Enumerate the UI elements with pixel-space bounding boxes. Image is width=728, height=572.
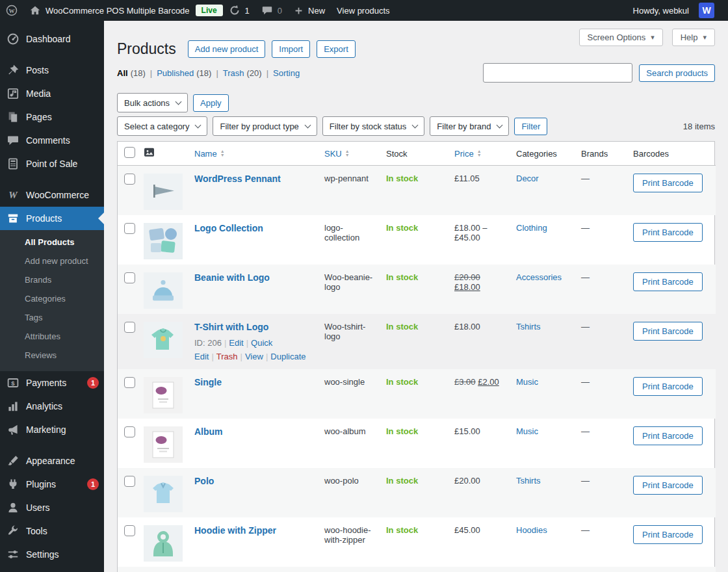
sidebar-item-plugins[interactable]: Plugins1 bbox=[0, 473, 104, 496]
product-name-link[interactable]: T-Shirt with Logo bbox=[194, 322, 268, 332]
updates-menu[interactable]: 1 bbox=[223, 0, 255, 21]
sidebar-item-comments[interactable]: Comments bbox=[0, 129, 104, 152]
new-content-menu[interactable]: New bbox=[288, 0, 331, 21]
site-menu[interactable]: WooCommerce POS Multiple Barcode bbox=[23, 0, 196, 21]
export-button[interactable]: Export bbox=[317, 40, 356, 58]
row-checkbox[interactable] bbox=[124, 174, 135, 185]
view-products-link[interactable]: View products bbox=[331, 0, 395, 21]
row-checkbox[interactable] bbox=[124, 476, 135, 487]
sidebar-subitem-categories[interactable]: Categories bbox=[0, 289, 104, 308]
sidebar-subitem-reviews[interactable]: Reviews bbox=[0, 346, 104, 365]
chevron-down-icon bbox=[176, 99, 182, 105]
product-thumbnail[interactable] bbox=[144, 525, 183, 562]
category-link[interactable]: Music bbox=[516, 426, 538, 436]
product-thumbnail[interactable] bbox=[144, 223, 183, 259]
product-thumbnail[interactable] bbox=[144, 322, 183, 358]
row-checkbox[interactable] bbox=[124, 223, 135, 234]
sidebar-item-pages[interactable]: Pages bbox=[0, 105, 104, 129]
sort-header-sku[interactable]: SKU▲▼ bbox=[324, 149, 350, 159]
print-barcode-button[interactable]: Print Barcode bbox=[633, 476, 703, 495]
sidebar-item-analytics[interactable]: Analytics bbox=[0, 395, 104, 418]
sidebar-item-users[interactable]: Users bbox=[0, 496, 104, 519]
category-link[interactable]: Tshirts bbox=[516, 322, 541, 332]
category-link[interactable]: Tshirts bbox=[516, 476, 541, 486]
sidebar-item-tools[interactable]: Tools bbox=[0, 519, 104, 543]
view-link-all[interactable]: All bbox=[117, 68, 128, 78]
sidebar-subitem-all-products[interactable]: All Products bbox=[0, 233, 104, 252]
print-barcode-button[interactable]: Print Barcode bbox=[633, 322, 703, 341]
search-products-button[interactable]: Search products bbox=[639, 64, 715, 82]
sort-header-name[interactable]: Name▲▼ bbox=[194, 149, 225, 159]
category-link[interactable]: Music bbox=[516, 377, 538, 387]
category-link[interactable]: Accessories bbox=[516, 272, 562, 282]
product-name-link[interactable]: Logo Collection bbox=[194, 223, 263, 233]
filter-select-filter-by-product-type[interactable]: Filter by product type bbox=[213, 116, 317, 136]
sort-header-price[interactable]: Price▲▼ bbox=[454, 149, 482, 159]
view-link-trash[interactable]: Trash bbox=[223, 68, 244, 78]
category-link[interactable]: Hoodies bbox=[516, 525, 547, 535]
print-barcode-button[interactable]: Print Barcode bbox=[633, 174, 703, 192]
sidebar-subitem-brands[interactable]: Brands bbox=[0, 270, 104, 289]
filter-button[interactable]: Filter bbox=[514, 118, 547, 135]
product-thumbnail[interactable] bbox=[144, 476, 183, 512]
row-checkbox[interactable] bbox=[124, 377, 135, 388]
product-thumbnail[interactable] bbox=[144, 377, 183, 413]
product-name-link[interactable]: Hoodie with Zipper bbox=[194, 525, 276, 536]
product-name-link[interactable]: Single bbox=[194, 377, 222, 387]
sidebar-item-appearance[interactable]: Appearance bbox=[0, 449, 104, 473]
row-checkbox[interactable] bbox=[124, 426, 135, 437]
filter-select-filter-by-brand[interactable]: Filter by brand bbox=[430, 116, 509, 136]
product-name-link[interactable]: WordPress Pennant bbox=[194, 174, 281, 184]
row-action-edit[interactable]: Edit bbox=[229, 338, 243, 348]
search-input[interactable] bbox=[483, 63, 632, 83]
help-button[interactable]: Help bbox=[672, 29, 715, 46]
import-button[interactable]: Import bbox=[272, 40, 310, 58]
sidebar-item-marketing[interactable]: Marketing bbox=[0, 418, 104, 441]
row-checkbox[interactable] bbox=[124, 272, 135, 283]
print-barcode-button[interactable]: Print Barcode bbox=[633, 223, 703, 242]
apply-button[interactable]: Apply bbox=[193, 94, 229, 112]
category-link[interactable]: Clothing bbox=[516, 223, 547, 233]
account-menu[interactable]: Howdy, webkul W bbox=[627, 0, 720, 21]
sidebar-item-woocommerce[interactable]: WWooCommerce bbox=[0, 183, 104, 207]
sidebar-item-media[interactable]: Media bbox=[0, 82, 104, 105]
product-name-link[interactable]: Beanie with Logo bbox=[194, 272, 270, 283]
row-checkbox[interactable] bbox=[124, 322, 135, 333]
sidebar-subitem-attributes[interactable]: Attributes bbox=[0, 327, 104, 346]
print-barcode-button[interactable]: Print Barcode bbox=[633, 525, 703, 544]
row-action-duplicate[interactable]: Duplicate bbox=[270, 352, 306, 361]
category-link[interactable]: Decor bbox=[516, 174, 539, 183]
print-barcode-button[interactable]: Print Barcode bbox=[633, 377, 703, 396]
sidebar-item-settings[interactable]: Settings bbox=[0, 543, 104, 566]
row-action-view[interactable]: View bbox=[245, 352, 263, 361]
bulk-actions-select[interactable]: Bulk actions bbox=[117, 93, 188, 112]
wordpress-logo-menu[interactable]: W bbox=[0, 0, 23, 21]
print-barcode-button[interactable]: Print Barcode bbox=[633, 272, 703, 291]
product-thumbnail[interactable] bbox=[144, 174, 183, 210]
product-thumbnail[interactable] bbox=[144, 426, 183, 463]
add-new-product-button[interactable]: Add new product bbox=[188, 40, 266, 58]
filter-select-filter-by-stock-status[interactable]: Filter by stock status bbox=[322, 116, 424, 136]
filters-row: Select a categoryFilter by product typeF… bbox=[117, 116, 715, 136]
view-link-published[interactable]: Published bbox=[157, 68, 194, 78]
sidebar-subitem-tags[interactable]: Tags bbox=[0, 308, 104, 327]
filter-select-select-a-category[interactable]: Select a category bbox=[117, 116, 207, 136]
sidebar-subitem-add-new-product[interactable]: Add new product bbox=[0, 252, 104, 270]
sidebar-item-payments[interactable]: $Payments1 bbox=[0, 371, 104, 395]
sidebar-item-products[interactable]: Products bbox=[0, 207, 104, 230]
product-thumbnail[interactable] bbox=[144, 272, 183, 309]
row-action-trash[interactable]: Trash bbox=[216, 352, 238, 361]
sidebar-item-point-of-sale[interactable]: Point of Sale bbox=[0, 152, 104, 176]
sidebar-item-dashboard[interactable]: Dashboard bbox=[0, 27, 104, 51]
sidebar-item-collapse-menu[interactable]: Collapse Menu bbox=[0, 566, 104, 572]
row-checkbox[interactable] bbox=[124, 525, 135, 536]
product-name-link[interactable]: Polo bbox=[194, 476, 214, 486]
sidebar-item-posts[interactable]: Posts bbox=[0, 58, 104, 82]
select-all-checkbox[interactable] bbox=[124, 147, 135, 158]
screen-options-button[interactable]: Screen Options bbox=[579, 29, 663, 46]
product-name-link[interactable]: Album bbox=[194, 426, 223, 437]
print-barcode-button[interactable]: Print Barcode bbox=[633, 426, 703, 445]
comments-menu[interactable]: 0 bbox=[255, 0, 288, 21]
view-link-sorting[interactable]: Sorting bbox=[273, 68, 300, 78]
product-price: £11.05 bbox=[448, 166, 510, 216]
